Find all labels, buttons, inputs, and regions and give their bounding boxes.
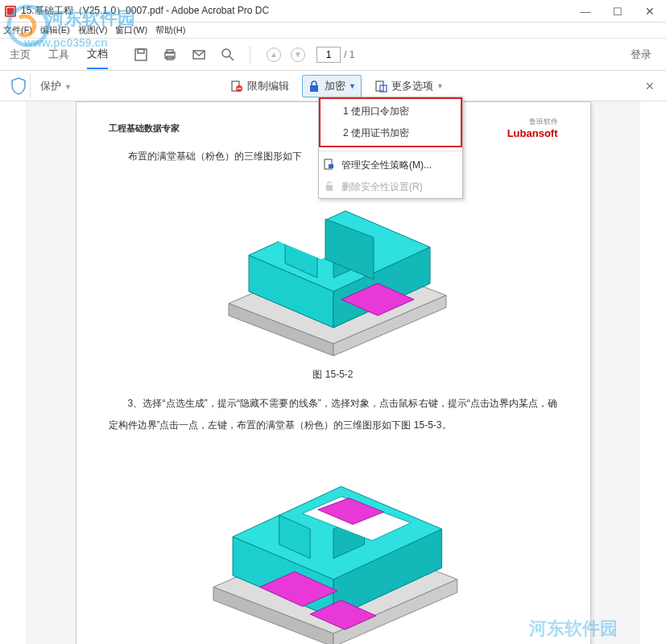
restrict-edit-button[interactable]: 限制编辑 bbox=[225, 76, 294, 97]
window-title: 15.基础工程（V25.1.0）0007.pdf - Adobe Acrobat… bbox=[21, 4, 269, 18]
save-icon[interactable] bbox=[134, 47, 148, 62]
more-icon bbox=[374, 80, 387, 93]
tab-tools[interactable]: 工具 bbox=[48, 41, 69, 68]
main-toolbar: 主页 工具 文档 ▲ ▼ / 1 登录 bbox=[0, 39, 666, 71]
encrypt-label: 加密 bbox=[325, 79, 345, 93]
print-icon[interactable] bbox=[163, 47, 177, 62]
menu-bar: 文件(F) 编辑(E) 视图(V) 窗口(W) 帮助(H) bbox=[0, 23, 666, 39]
svg-rect-18 bbox=[329, 164, 333, 168]
minimize-button[interactable]: — bbox=[569, 0, 602, 23]
tab-home[interactable]: 主页 bbox=[10, 41, 31, 68]
popup-highlight: 1 使用口令加密 2 使用证书加密 bbox=[319, 97, 462, 147]
svg-rect-3 bbox=[135, 49, 147, 60]
separator bbox=[250, 46, 250, 64]
search-icon[interactable] bbox=[221, 47, 235, 62]
encrypt-password-item[interactable]: 1 使用口令加密 bbox=[321, 101, 461, 122]
figure-1 bbox=[205, 175, 462, 360]
menu-window[interactable]: 窗口(W) bbox=[115, 24, 147, 36]
more-options-label: 更多选项 bbox=[391, 79, 433, 93]
close-button[interactable]: ✕ bbox=[634, 0, 666, 23]
svg-rect-19 bbox=[326, 185, 333, 191]
popup-separator bbox=[319, 151, 462, 151]
figure-2 bbox=[188, 452, 478, 644]
svg-rect-6 bbox=[167, 50, 173, 53]
unlock-icon bbox=[324, 180, 335, 192]
more-options-button[interactable]: 更多选项▼ bbox=[370, 76, 449, 97]
page-number-input[interactable] bbox=[316, 47, 341, 63]
svg-rect-13 bbox=[238, 88, 242, 89]
shield-icon[interactable] bbox=[6, 74, 31, 98]
lock-icon bbox=[308, 80, 321, 93]
menu-file[interactable]: 文件(F) bbox=[3, 24, 32, 36]
policy-icon bbox=[324, 159, 335, 170]
remove-security-item: 删除安全性设置(R) bbox=[319, 176, 462, 198]
title-bar: 15.基础工程（V25.1.0）0007.pdf - Adobe Acrobat… bbox=[0, 0, 666, 23]
maximize-button[interactable]: ☐ bbox=[602, 0, 634, 23]
pdf-icon bbox=[5, 6, 16, 17]
page-up-icon[interactable]: ▲ bbox=[267, 47, 281, 62]
svg-rect-2 bbox=[7, 7, 14, 14]
lubansoft-logo: 鲁班软件 Lubansoft bbox=[507, 117, 558, 139]
svg-rect-4 bbox=[138, 49, 144, 53]
protect-label[interactable]: 保护▼ bbox=[40, 79, 72, 93]
encrypt-button[interactable]: 加密▼ bbox=[302, 75, 362, 97]
restrict-icon bbox=[230, 80, 243, 93]
paragraph-2: 3、选择“点选生成”，提示“隐藏不需要的线条”，选择对象，点击鼠标右键，提示“点… bbox=[109, 393, 558, 436]
tab-document[interactable]: 文档 bbox=[87, 40, 108, 69]
manage-policy-item[interactable]: 管理安全性策略(M)... bbox=[319, 155, 462, 176]
login-link[interactable]: 登录 bbox=[631, 47, 652, 62]
svg-point-9 bbox=[222, 49, 230, 57]
menu-help[interactable]: 帮助(H) bbox=[155, 24, 185, 36]
figure-1-caption: 图 15-5-2 bbox=[109, 368, 558, 382]
menu-view[interactable]: 视图(V) bbox=[78, 24, 108, 36]
encrypt-cert-item[interactable]: 2 使用证书加密 bbox=[321, 122, 461, 144]
page-down-icon[interactable]: ▼ bbox=[291, 47, 305, 62]
close-toolbar-icon[interactable]: ✕ bbox=[645, 80, 655, 93]
svg-line-10 bbox=[230, 56, 234, 60]
menu-edit[interactable]: 编辑(E) bbox=[40, 24, 70, 36]
svg-rect-14 bbox=[310, 85, 318, 92]
encrypt-dropdown: 1 使用口令加密 2 使用证书加密 管理安全性策略(M)... 删除安全性设置(… bbox=[318, 97, 463, 199]
mail-icon[interactable] bbox=[192, 47, 206, 62]
page-total: / 1 bbox=[344, 49, 354, 60]
page-header-left: 工程基础数据专家 bbox=[109, 122, 180, 134]
restrict-edit-label: 限制编辑 bbox=[247, 79, 289, 93]
